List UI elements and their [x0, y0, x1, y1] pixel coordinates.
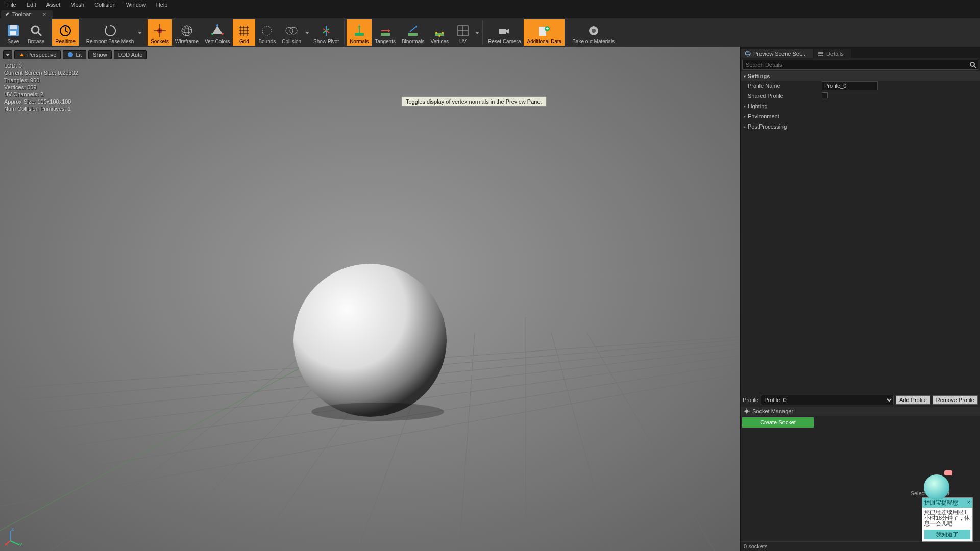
profile-name-row: Profile Name — [741, 81, 980, 91]
show-button[interactable]: Show — [88, 50, 112, 59]
svg-point-64 — [311, 403, 444, 421]
resetcamera-button[interactable]: Reset Camera — [485, 19, 524, 46]
add-profile-button[interactable]: Add Profile — [896, 395, 930, 405]
magnifier-icon — [29, 23, 43, 38]
bakeout-label: Bake out Materials — [572, 39, 615, 45]
tangents-button[interactable]: Tangents — [372, 19, 399, 46]
svg-rect-74 — [818, 52, 823, 53]
perspective-button[interactable]: Perspective — [14, 50, 61, 59]
svg-point-9 — [182, 26, 192, 36]
lit-button[interactable]: Lit — [63, 50, 86, 59]
svg-text:+: + — [546, 25, 549, 31]
uv-button[interactable]: UV — [452, 19, 474, 46]
svg-rect-76 — [818, 55, 823, 56]
popup-close-icon[interactable]: × — [967, 499, 970, 507]
profile-label: Profile — [743, 397, 758, 403]
grid-button[interactable]: Grid — [233, 19, 255, 46]
menu-asset[interactable]: Asset — [41, 2, 66, 8]
filler — [741, 132, 980, 393]
binormals-button[interactable]: Binormals — [399, 19, 427, 46]
svg-point-34 — [435, 32, 437, 34]
additionaldata-label: Additional Data — [527, 39, 561, 45]
toolbar-tab[interactable]: Toolbar × — [1, 10, 53, 18]
menu-window[interactable]: Window — [121, 2, 151, 8]
tab-preview-scene[interactable]: Preview Scene Set... — [741, 49, 813, 58]
grid-label: Grid — [239, 39, 249, 45]
lodauto-button[interactable]: LOD Auto — [114, 50, 148, 59]
realtime-button[interactable]: Realtime — [52, 19, 78, 46]
reimport-dropdown[interactable] — [137, 19, 143, 46]
tab-details[interactable]: Details — [814, 49, 851, 58]
save-button[interactable]: Save — [2, 19, 24, 46]
caret-down-icon: ▾ — [744, 74, 746, 79]
socket-icon — [744, 408, 750, 414]
binormals-label: Binormals — [402, 39, 424, 45]
svg-line-68 — [10, 541, 19, 545]
vertcolors-button[interactable]: Vert Colors — [202, 19, 233, 46]
menu-collision[interactable]: Collision — [89, 2, 121, 8]
grid-icon — [237, 23, 251, 38]
showpivot-button[interactable]: Show Pivot — [310, 19, 342, 46]
svg-rect-31 — [408, 33, 418, 36]
svg-line-78 — [974, 66, 976, 68]
assistant-avatar[interactable] — [924, 474, 949, 500]
svg-point-63 — [293, 264, 447, 417]
search-input[interactable] — [742, 60, 978, 70]
environment-label: Environment — [748, 113, 779, 119]
bake-icon — [586, 23, 601, 38]
shared-profile-checkbox[interactable] — [822, 92, 828, 98]
environment-row[interactable]: ▸Environment — [741, 111, 980, 121]
menu-mesh[interactable]: Mesh — [65, 2, 89, 8]
collision-button[interactable]: Collision — [279, 19, 304, 46]
menu-file[interactable]: File — [2, 2, 21, 8]
profile-name-label: Profile Name — [748, 83, 822, 89]
chevron-down-icon — [6, 54, 10, 56]
popup-ok-button[interactable]: 我知道了 — [924, 530, 970, 539]
reimport-button[interactable]: Reimport Base Mesh — [83, 19, 137, 46]
uv-icon — [456, 23, 470, 38]
bakeout-button[interactable]: Bake out Materials — [569, 19, 618, 46]
svg-rect-1 — [10, 25, 17, 29]
vertices-label: Vertices — [430, 39, 449, 45]
separator — [145, 21, 145, 44]
postprocessing-row[interactable]: ▸PostProcessing — [741, 121, 980, 132]
uv-dropdown[interactable] — [474, 19, 480, 46]
svg-point-3 — [32, 26, 39, 33]
lit-icon — [67, 52, 74, 58]
sockets-button[interactable]: Sockets — [148, 19, 172, 46]
profile-name-input[interactable] — [822, 81, 878, 90]
svg-point-13 — [222, 33, 224, 35]
stat-screen: Current Screen Size: 0.29302 — [4, 69, 78, 77]
normals-button[interactable]: Normals — [347, 19, 372, 46]
lighting-row[interactable]: ▸Lighting — [741, 101, 980, 111]
svg-point-10 — [182, 29, 192, 33]
separator — [344, 21, 345, 44]
svg-rect-27 — [355, 33, 364, 36]
additionaldata-button[interactable]: + Additional Data — [524, 19, 565, 46]
socket-manager-header[interactable]: Socket Manager — [741, 407, 980, 416]
browse-button[interactable]: Browse — [24, 19, 47, 46]
remove-profile-button[interactable]: Remove Profile — [933, 395, 978, 405]
vertices-button[interactable]: Vertices — [427, 19, 452, 46]
menu-help[interactable]: Help — [151, 2, 173, 8]
svg-line-32 — [410, 27, 416, 32]
postprocessing-label: PostProcessing — [748, 123, 787, 130]
menu-edit[interactable]: Edit — [21, 2, 41, 8]
svg-point-14 — [211, 33, 213, 35]
viewport[interactable]: Perspective Lit Show LOD Auto LOD: 0 Cur… — [0, 47, 740, 551]
viewport-menu-button[interactable] — [3, 50, 12, 59]
shared-profile-label: Shared Profile — [748, 93, 822, 99]
tab-details-label: Details — [826, 51, 844, 57]
stat-collprim: Num Collision Primitives: 1 — [4, 105, 78, 112]
lighting-label: Lighting — [748, 103, 768, 109]
create-socket-button[interactable]: Create Socket — [742, 417, 814, 428]
bounds-button[interactable]: Bounds — [255, 19, 279, 46]
collision-dropdown[interactable] — [304, 19, 310, 46]
save-icon — [6, 23, 20, 38]
search-icon[interactable] — [969, 61, 976, 68]
settings-header[interactable]: ▾ Settings — [741, 71, 980, 81]
close-icon[interactable]: × — [43, 11, 46, 17]
profile-select[interactable]: Profile_0 — [761, 395, 894, 405]
uv-label: UV — [459, 39, 467, 45]
wireframe-button[interactable]: Wireframe — [172, 19, 202, 46]
